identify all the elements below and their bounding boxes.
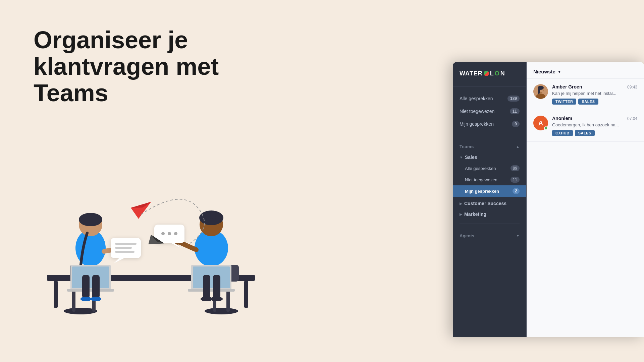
logo: WATERLON xyxy=(460,70,520,77)
chat-header: Nieuwste ▼ xyxy=(527,62,644,79)
tag-twitter: TWITTER xyxy=(552,99,576,105)
team-marketing-label: Marketing xyxy=(464,212,486,217)
team-marketing[interactable]: ▶ Marketing xyxy=(453,209,526,220)
svg-rect-2 xyxy=(244,281,248,308)
svg-point-37 xyxy=(211,297,223,301)
chat-list: Nieuwste ▼ xyxy=(527,62,644,337)
team-sales: ▼ Sales Alle gesprekken 89 Niet toegewez… xyxy=(453,152,526,197)
teams-label: Teams xyxy=(460,144,474,149)
online-indicator xyxy=(544,126,548,130)
nav-label-unassigned: Niet toegewezen xyxy=(460,109,494,114)
tag-sales-amber: SALES xyxy=(578,99,598,105)
team-sales-header[interactable]: ▼ Sales xyxy=(453,152,526,163)
svg-rect-34 xyxy=(203,275,210,298)
sales-all-label: Alle gesprekken xyxy=(465,166,496,171)
chat-top-amber: Amber Groen 09:43 Kan je mij helpen met … xyxy=(533,84,637,105)
chat-name-row-amber: Amber Groen 09:43 xyxy=(552,84,637,89)
sales-unassigned-count: 11 xyxy=(511,177,520,183)
nav-count-all: 189 xyxy=(507,96,520,102)
app-window: WATERLON Alle gesprekken 189 Niet toegew… xyxy=(453,62,644,337)
agents-label: Agents xyxy=(460,233,474,238)
headline: Organiseer je klantvragen met Teams xyxy=(34,27,235,107)
illustration: 👍 xyxy=(20,134,282,342)
logo-icon xyxy=(484,71,489,76)
svg-point-20 xyxy=(80,297,91,301)
chat-preview-anoniem: Goedemorgen, ik ben opzoek na... xyxy=(552,122,637,127)
cs-arrow-icon: ▶ xyxy=(460,202,462,205)
teams-section: Teams ▲ ▼ Sales Alle gesprekken 89 Niet … xyxy=(453,136,526,249)
sales-mine-count: 2 xyxy=(513,188,520,194)
svg-rect-17 xyxy=(67,289,114,292)
tag-row-anoniem: CXHUB SALES xyxy=(552,130,637,136)
svg-rect-40 xyxy=(115,247,132,249)
teams-header: Teams ▲ xyxy=(453,141,526,152)
marketing-arrow-icon: ▶ xyxy=(460,213,462,216)
svg-rect-35 xyxy=(213,275,220,298)
sort-arrow-icon: ▼ xyxy=(557,69,561,74)
svg-rect-33 xyxy=(188,289,235,292)
teams-collapse-icon[interactable]: ▲ xyxy=(516,145,520,148)
svg-rect-57 xyxy=(538,87,540,94)
sales-unassigned-label: Niet toegewezen xyxy=(465,177,497,182)
sales-all-count: 89 xyxy=(511,165,520,171)
chat-time-amber: 09:43 xyxy=(627,85,637,89)
main-nav: Alle gesprekken 189 Niet toegewezen 11 M… xyxy=(453,87,526,136)
svg-point-21 xyxy=(91,297,101,301)
conversation-amber[interactable]: Amber Groen 09:43 Kan je mij helpen met … xyxy=(527,79,644,110)
sales-unassigned[interactable]: Niet toegewezen 11 xyxy=(453,174,526,185)
logo-area: WATERLON xyxy=(453,62,526,87)
team-cs-label: Customer Success xyxy=(464,201,506,206)
svg-rect-32 xyxy=(193,266,230,288)
svg-point-44 xyxy=(161,232,165,235)
nav-count-unassigned: 11 xyxy=(510,108,520,114)
svg-point-46 xyxy=(174,232,177,235)
sidebar: WATERLON Alle gesprekken 189 Niet toegew… xyxy=(453,62,527,337)
tag-sales-anoniem: SALES xyxy=(575,130,595,136)
headline-line2: klantvragen met Teams xyxy=(34,53,219,106)
sales-mine[interactable]: Mijn gesprekken 2 xyxy=(453,185,526,197)
svg-rect-18 xyxy=(82,275,90,298)
chat-time-anoniem: 07:04 xyxy=(627,116,637,121)
sales-mine-label: Mijn gesprekken xyxy=(465,189,499,194)
nav-label-all: Alle gesprekken xyxy=(460,96,493,101)
chat-top-anoniem: A Anoniem 07:04 Goedemorgen, ik ben opzo… xyxy=(533,116,637,136)
svg-rect-41 xyxy=(115,251,135,253)
avatar-wrap-anoniem: A xyxy=(533,116,548,130)
avatar-amber xyxy=(533,84,548,99)
svg-point-13 xyxy=(79,213,102,226)
avatar-wrap-amber xyxy=(533,84,548,99)
chat-name-anoniem: Anoniem xyxy=(552,116,572,121)
nav-label-mine: Mijn gesprekken xyxy=(460,121,494,127)
agents-header: Agents ▼ xyxy=(453,231,526,241)
sort-button[interactable]: Nieuwste ▼ xyxy=(533,69,637,74)
agents-chevron-icon[interactable]: ▼ xyxy=(516,234,520,238)
sales-all-conversations[interactable]: Alle gesprekken 89 xyxy=(453,163,526,174)
svg-rect-1 xyxy=(54,281,58,308)
svg-point-28 xyxy=(215,213,222,220)
chat-preview-amber: Kan je mij helpen met het instal... xyxy=(552,91,637,96)
conversation-anoniem[interactable]: A Anoniem 07:04 Goedemorgen, ik ben opzo… xyxy=(527,110,644,142)
left-panel: Organiseer je klantvragen met Teams xyxy=(0,0,436,362)
agents-section: Agents ▼ xyxy=(453,228,526,244)
sort-label-text: Nieuwste xyxy=(533,69,555,74)
svg-point-45 xyxy=(168,232,171,235)
svg-rect-39 xyxy=(115,243,137,245)
team-sales-label: Sales xyxy=(465,155,477,160)
sales-arrow-icon: ▼ xyxy=(460,156,463,159)
chat-name-amber: Amber Groen xyxy=(552,84,582,89)
svg-point-7 xyxy=(205,308,238,314)
tag-cxhub: CXHUB xyxy=(552,130,573,136)
nav-item-mine[interactable]: Mijn gesprekken 9 xyxy=(453,118,526,130)
nav-item-all[interactable]: Alle gesprekken 189 xyxy=(453,92,526,105)
chat-content-amber: Amber Groen 09:43 Kan je mij helpen met … xyxy=(552,84,637,105)
nav-item-unassigned[interactable]: Niet toegewezen 11 xyxy=(453,105,526,118)
nav-count-mine: 9 xyxy=(512,121,520,127)
chat-content-anoniem: Anoniem 07:04 Goedemorgen, ik ben opzoek… xyxy=(552,116,637,136)
team-customer-success[interactable]: ▶ Customer Success xyxy=(453,198,526,209)
right-panel: WATERLON Alle gesprekken 189 Niet toegew… xyxy=(436,0,644,362)
tag-row-amber: TWITTER SALES xyxy=(552,99,637,105)
svg-rect-16 xyxy=(72,266,109,288)
headline-line1: Organiseer je xyxy=(34,26,188,53)
svg-rect-19 xyxy=(92,275,100,298)
sidebar-divider xyxy=(460,224,520,224)
